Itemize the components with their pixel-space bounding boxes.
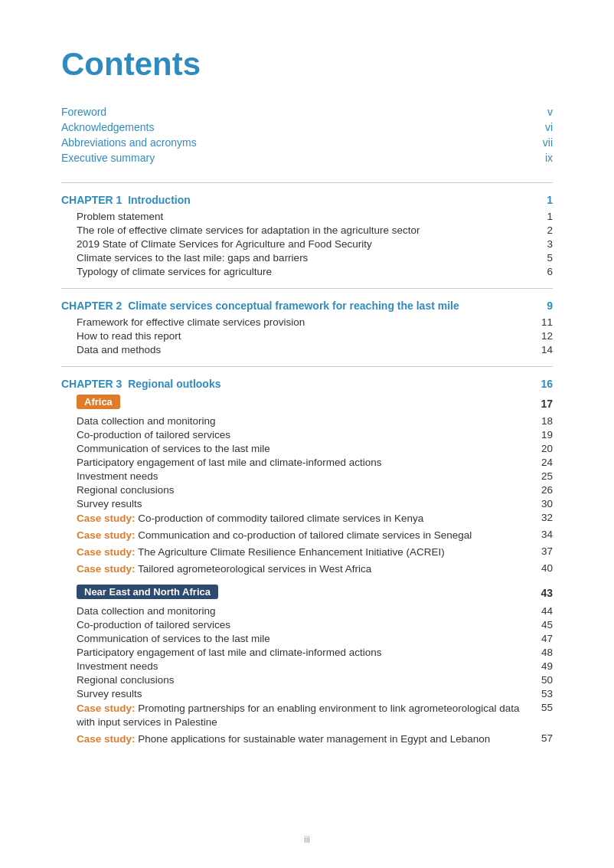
nena-entry-3[interactable]: Participatory engagement of last mile an… xyxy=(61,647,553,658)
nena-entry-2[interactable]: Communication of services to the last mi… xyxy=(61,633,553,644)
toc-acknowledgements[interactable]: Acknowledgements vi xyxy=(61,121,553,133)
divider-2 xyxy=(61,288,553,289)
africa-entry-4[interactable]: Investment needs 25 xyxy=(61,470,553,482)
nena-entry-0[interactable]: Data collection and monitoring 44 xyxy=(61,605,553,617)
ch2-entry-0[interactable]: Framework for effective climate services… xyxy=(61,316,553,328)
africa-cs-3[interactable]: Case study: Tailored agrometeorological … xyxy=(61,562,553,577)
ch1-entry-1[interactable]: The role of effective climate services f… xyxy=(61,224,553,236)
africa-cs-1[interactable]: Case study: Communication and co-product… xyxy=(61,529,553,543)
africa-entry-5[interactable]: Regional conclusions 26 xyxy=(61,484,553,496)
ch1-entry-3[interactable]: Climate services to the last mile: gaps … xyxy=(61,252,553,264)
nena-region-row: Near East and North Africa 43 xyxy=(61,585,553,602)
ch1-entry-4[interactable]: Typology of climate services for agricul… xyxy=(61,266,553,277)
africa-region-row: Africa 17 xyxy=(61,395,553,412)
chapter-3-header: CHAPTER 3 Regional outlooks 16 xyxy=(61,378,553,390)
nena-entry-4[interactable]: Investment needs 49 xyxy=(61,660,553,672)
page-footer: iii xyxy=(61,834,553,845)
nena-entry-6[interactable]: Survey results 53 xyxy=(61,688,553,699)
nena-cs-1[interactable]: Case study: Phone applications for susta… xyxy=(61,732,553,747)
chapter-2-block: CHAPTER 2 Climate services conceptual fr… xyxy=(61,300,553,355)
ch1-entry-0[interactable]: Problem statement 1 xyxy=(61,211,553,222)
divider-3 xyxy=(61,366,553,367)
ch2-entry-1[interactable]: How to read this report 12 xyxy=(61,330,553,342)
front-matter-section: Foreword v Acknowledgements vi Abbreviat… xyxy=(61,106,553,164)
africa-cs-2[interactable]: Case study: The Agriculture Climate Resi… xyxy=(61,545,553,560)
africa-badge: Africa xyxy=(77,395,120,409)
africa-entry-0[interactable]: Data collection and monitoring 18 xyxy=(61,415,553,427)
page-title: Contents xyxy=(61,46,553,83)
ch2-entry-2[interactable]: Data and methods 14 xyxy=(61,344,553,355)
chapter-2-header: CHAPTER 2 Climate services conceptual fr… xyxy=(61,300,553,312)
page-container: Contents Foreword v Acknowledgements vi … xyxy=(0,0,614,868)
chapter-3-block: CHAPTER 3 Regional outlooks 16 Africa 17… xyxy=(61,378,553,747)
africa-entry-2[interactable]: Communication of services to the last mi… xyxy=(61,443,553,454)
toc-executive-summary[interactable]: Executive summary ix xyxy=(61,152,553,164)
toc-foreword[interactable]: Foreword v xyxy=(61,106,553,118)
divider-1 xyxy=(61,182,553,183)
africa-entry-3[interactable]: Participatory engagement of last mile an… xyxy=(61,457,553,468)
africa-entry-6[interactable]: Survey results 30 xyxy=(61,498,553,509)
chapter-1-block: CHAPTER 1 Introduction 1 Problem stateme… xyxy=(61,194,553,277)
ch1-entry-2[interactable]: 2019 State of Climate Services for Agric… xyxy=(61,238,553,250)
africa-cs-0[interactable]: Case study: Co-production of commodity t… xyxy=(61,512,553,526)
nena-badge: Near East and North Africa xyxy=(77,585,218,599)
africa-entry-1[interactable]: Co-production of tailored services 19 xyxy=(61,429,553,441)
toc-abbreviations[interactable]: Abbreviations and acronyms vii xyxy=(61,136,553,149)
chapter-1-header: CHAPTER 1 Introduction 1 xyxy=(61,194,553,206)
nena-entry-5[interactable]: Regional conclusions 50 xyxy=(61,674,553,686)
nena-cs-0[interactable]: Case study: Promoting partnerships for a… xyxy=(61,702,553,731)
nena-entry-1[interactable]: Co-production of tailored services 45 xyxy=(61,619,553,631)
